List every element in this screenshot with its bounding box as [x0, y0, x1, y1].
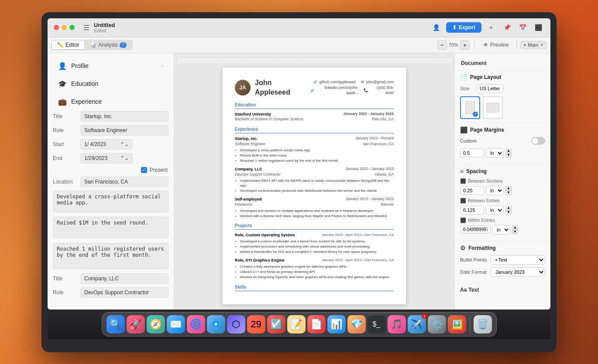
- dock-item-calendar[interactable]: 29: [247, 315, 265, 333]
- portrait-option[interactable]: ✓: [460, 96, 480, 119]
- sidebar-header-education[interactable]: 🎓 Education: [51, 75, 170, 92]
- sidebar-header-profile[interactable]: 👤 Profile ›: [51, 58, 170, 75]
- within-entries-stepper[interactable]: ▲ ▼: [512, 225, 518, 234]
- sidebar-experience-content: Title Role Start 1/ 4/2023: [48, 111, 174, 305]
- fullscreen-button[interactable]: [69, 25, 75, 30]
- window-title-group: Untitled Edited: [94, 22, 115, 33]
- export-button[interactable]: ⬆ Export: [446, 22, 481, 33]
- between-entries-label: ⬛ Between Entries: [460, 198, 545, 204]
- between-entries-decrement[interactable]: ▼: [505, 210, 512, 214]
- margin-value-input[interactable]: [460, 149, 484, 157]
- share-button[interactable]: 👤: [430, 21, 443, 34]
- main-select-wrapper[interactable]: + Main ▼: [520, 41, 547, 49]
- add-button[interactable]: +: [485, 21, 497, 34]
- bullet1-textarea[interactable]: Developed a cross-platform social media …: [53, 191, 168, 212]
- dock-item-notes[interactable]: 📝: [287, 315, 306, 333]
- within-entries-decrement[interactable]: ▼: [512, 230, 518, 234]
- between-entries-input[interactable]: [460, 206, 484, 214]
- preview-button[interactable]: 👁 Preview: [479, 41, 513, 49]
- dock-item-terminal[interactable]: $_: [368, 315, 386, 333]
- present-checkbox[interactable]: ✓: [141, 167, 147, 173]
- within-entries-unit[interactable]: in: [492, 225, 510, 235]
- dock-item-finder[interactable]: 🔍: [107, 315, 125, 333]
- tab-group: ✏️ Editor 📊 Analysis 7: [51, 40, 133, 50]
- location-input[interactable]: [80, 177, 168, 187]
- close-button[interactable]: [54, 25, 59, 30]
- between-sections-input[interactable]: [460, 186, 484, 195]
- title2-input[interactable]: [80, 273, 168, 284]
- dock-item-settings[interactable]: ⚙️: [428, 315, 446, 333]
- dock-item-sketch[interactable]: 💎: [347, 315, 366, 333]
- exp-entry-startup: Startup, Inc. January 2023 - Present Sof…: [235, 136, 394, 163]
- dock-item-app1[interactable]: 🌀: [187, 315, 205, 333]
- page-margins-section: ⬛ Page Margins Custom in: [455, 123, 550, 164]
- dock-item-safari[interactable]: 🧭: [147, 315, 165, 333]
- dock-item-mail[interactable]: ✉️: [167, 315, 185, 333]
- between-entries-unit[interactable]: in: [486, 205, 504, 215]
- zoom-out-button[interactable]: −: [437, 40, 447, 50]
- zoom-level: 70%: [449, 42, 458, 48]
- proj2-bullet3: Worked on integrating OpenGL and other g…: [240, 275, 394, 279]
- margin-unit-select[interactable]: in: [486, 148, 504, 158]
- formatting-section: ⚙ Formatting Bullet Points • Text Date F…: [455, 241, 550, 283]
- dock-item-vscode[interactable]: 💠: [207, 315, 225, 333]
- dock-item-telegram[interactable]: ✈️ 4: [408, 315, 426, 333]
- between-entries-increment[interactable]: ▲: [505, 206, 512, 210]
- trash-icon: 🗑️: [477, 319, 488, 330]
- dock-item-music[interactable]: 🎵: [388, 315, 406, 333]
- margin-stepper[interactable]: ▲ ▼: [505, 149, 512, 157]
- dock-item-keynote[interactable]: 📊: [327, 315, 346, 333]
- pin-button[interactable]: 📌: [501, 21, 513, 34]
- dock-item-seq[interactable]: ⬡: [227, 315, 245, 333]
- tab-analysis[interactable]: 📊 Analysis 7: [85, 41, 131, 49]
- between-sections-stepper[interactable]: ▲ ▼: [505, 186, 512, 195]
- bullet3-textarea[interactable]: Reached 1 million registered users by th…: [53, 243, 168, 269]
- dock-item-photos[interactable]: 🖼️: [448, 315, 466, 333]
- dock-item-trash[interactable]: 🗑️: [474, 315, 492, 333]
- end-date-input[interactable]: 1/29/2023 ⌃⌄: [80, 153, 133, 163]
- zoom-in-button[interactable]: +: [460, 40, 470, 50]
- proj1-bullet3: Added a framebuffer for GUI and a compil…: [240, 249, 394, 254]
- bullet2-textarea[interactable]: Raised $1M in the seed round.: [53, 217, 168, 238]
- title-input[interactable]: [80, 111, 168, 122]
- between-sections-decrement[interactable]: ▼: [505, 191, 512, 195]
- role-input[interactable]: [80, 125, 168, 136]
- size-select[interactable]: US Letter: [477, 84, 503, 93]
- landscape-option[interactable]: [483, 96, 503, 119]
- proj1-bullet2: Implemented processes and scheduling wit…: [240, 244, 394, 249]
- start-date-input[interactable]: 1/ 4/2023 ⌃⌄: [80, 139, 133, 150]
- between-sections-unit[interactable]: in: [486, 186, 504, 195]
- end-date-stepper-icon: ⌃⌄: [120, 155, 129, 161]
- linkedin-value: linkedin.com/in/john-apple...: [316, 85, 359, 96]
- terminal-icon: $_: [373, 320, 381, 328]
- within-entries-input[interactable]: [460, 225, 491, 234]
- sidebar-toggle-button[interactable]: ⬛: [532, 21, 544, 34]
- tab-editor[interactable]: ✏️ Editor: [52, 41, 84, 49]
- bullet-points-select[interactable]: • Text: [491, 255, 545, 265]
- exp3-bullets: Developed and worked on multiple applica…: [235, 208, 394, 218]
- between-entries-stepper[interactable]: ▲ ▼: [505, 206, 512, 214]
- dock-item-launchpad[interactable]: 🚀: [127, 315, 145, 333]
- date-format-select[interactable]: January 2023: [491, 267, 545, 277]
- calendar-icon-btn[interactable]: 📅: [516, 21, 529, 34]
- role2-label: Role: [53, 289, 77, 296]
- sidebar-header-experience[interactable]: 💼 Experience: [51, 93, 170, 110]
- traffic-lights[interactable]: [54, 25, 75, 30]
- resume-contacts: 🔗 github.com/appleseed ✉ john@gmail.com …: [310, 80, 394, 96]
- custom-toggle-row: Custom: [460, 137, 545, 145]
- margin-increment-btn[interactable]: ▲: [505, 149, 512, 153]
- between-sections-increment[interactable]: ▲: [505, 186, 512, 191]
- custom-toggle[interactable]: [531, 137, 545, 145]
- role2-input[interactable]: [80, 287, 168, 298]
- experience-label: Experience: [71, 98, 102, 105]
- proj2-date-loc: January 2023 - April 2023 • San Francisc…: [322, 258, 394, 263]
- dock-item-pages[interactable]: 📄: [307, 315, 326, 333]
- margin-decrement-btn[interactable]: ▼: [505, 153, 512, 157]
- dock: 🔍 🚀 🧭 ✉️ 🌀 💠 ⬡ 29 ☑: [102, 312, 497, 337]
- resume-name: John Appleseed: [255, 78, 306, 98]
- exp3-bullet2: Worked with a diverse tech stack ranging…: [240, 214, 394, 218]
- within-entries-increment[interactable]: ▲: [512, 225, 518, 230]
- minimize-button[interactable]: [62, 25, 67, 30]
- dock-item-reminders[interactable]: ☑️: [267, 315, 285, 333]
- main-plus-icon: +: [523, 43, 526, 48]
